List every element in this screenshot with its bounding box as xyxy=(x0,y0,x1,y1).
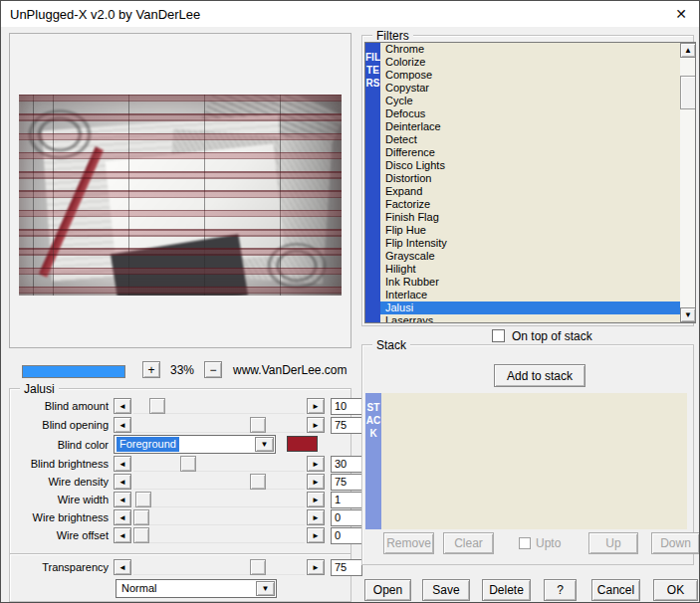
close-icon[interactable]: ✕ xyxy=(671,4,691,24)
progress-bar xyxy=(22,365,125,378)
slider-right-arrow[interactable]: ► xyxy=(307,527,325,543)
slider-right-arrow[interactable]: ► xyxy=(307,456,325,472)
stack-list[interactable] xyxy=(381,393,687,529)
slider-value-field[interactable]: 1 xyxy=(331,492,362,508)
slider-left-arrow[interactable]: ◄ xyxy=(114,509,131,525)
filter-item[interactable]: Cycle xyxy=(380,95,680,107)
slider-value-field[interactable]: 10 xyxy=(331,398,362,415)
slider-thumb[interactable] xyxy=(149,398,165,414)
filter-item-selected[interactable]: Jalusi xyxy=(380,302,680,314)
slider-right-arrow[interactable]: ► xyxy=(307,492,325,507)
slider-thumb[interactable] xyxy=(135,492,151,507)
filter-item[interactable]: Distortion xyxy=(380,172,680,185)
slider-track[interactable] xyxy=(133,509,305,525)
remove-button[interactable]: Remove xyxy=(383,532,434,554)
filter-item[interactable]: Grayscale xyxy=(380,250,680,263)
transparency-track[interactable] xyxy=(133,559,305,575)
filter-item[interactable]: Expand xyxy=(380,185,680,198)
window-title: UnPlugged-X v2.0 by VanDerLee xyxy=(1,7,200,22)
upto-checkbox[interactable] xyxy=(519,537,531,549)
filter-item[interactable]: Laserrays xyxy=(380,314,680,322)
filter-item[interactable]: Hilight xyxy=(380,263,680,276)
delete-button[interactable]: Delete xyxy=(482,579,531,601)
slider-track[interactable] xyxy=(133,398,305,414)
slider-left-arrow[interactable]: ◄ xyxy=(114,527,131,543)
filter-item[interactable]: Finish Flag xyxy=(380,211,680,224)
slider-track[interactable] xyxy=(133,492,305,507)
slider-value-field[interactable]: 75 xyxy=(331,474,362,491)
slider-label: Wire brightness xyxy=(1,509,109,525)
filter-item[interactable]: Ink Rubber xyxy=(380,276,680,289)
filter-item[interactable]: Compose xyxy=(380,69,680,82)
slider-right-arrow[interactable]: ► xyxy=(307,509,325,525)
preview-panel xyxy=(9,33,351,348)
slider-value-field[interactable]: 30 xyxy=(331,456,362,473)
chevron-down-icon[interactable]: ▼ xyxy=(256,581,275,596)
upto-label: Upto xyxy=(536,536,561,550)
filters-scrollbar[interactable]: ▲ ▼ xyxy=(680,43,696,322)
cancel-button[interactable]: Cancel xyxy=(591,579,640,601)
ok-button[interactable]: OK xyxy=(653,579,698,601)
slider-right-arrow[interactable]: ► xyxy=(307,417,325,433)
scroll-down-icon[interactable]: ▼ xyxy=(680,307,696,322)
slider-label: Wire density xyxy=(1,474,109,490)
filters-vertical-label: FILTERS xyxy=(365,43,380,322)
filter-item[interactable]: Deinterlace xyxy=(380,120,680,133)
slider-value-field[interactable]: 75 xyxy=(331,417,362,434)
slider-left-arrow[interactable]: ◄ xyxy=(114,474,131,490)
slider-right-arrow[interactable]: ► xyxy=(307,559,325,575)
slider-track[interactable] xyxy=(133,474,305,490)
transparency-value-field[interactable]: 75 xyxy=(331,559,362,576)
slider-label: Blind amount xyxy=(1,398,109,414)
open-button[interactable]: Open xyxy=(364,579,411,601)
filter-item[interactable]: Flip Hue xyxy=(380,224,680,237)
slider-left-arrow[interactable]: ◄ xyxy=(114,492,131,507)
add-to-stack-button[interactable]: Add to stack xyxy=(494,364,585,387)
zoom-out-button[interactable]: − xyxy=(204,361,222,378)
filter-item[interactable]: Factorize xyxy=(380,198,680,211)
filter-item[interactable]: Interlace xyxy=(380,289,680,302)
filter-item[interactable]: Disco Lights xyxy=(380,159,680,172)
slider-thumb[interactable] xyxy=(133,527,149,543)
on-top-of-stack-checkbox[interactable] xyxy=(492,329,505,342)
down-button[interactable]: Down xyxy=(651,532,700,554)
help-button[interactable]: ? xyxy=(544,579,577,601)
slider-track[interactable] xyxy=(133,527,305,543)
filter-item[interactable]: Colorize xyxy=(380,56,680,69)
blind-color-dropdown[interactable]: Foreground ▼ xyxy=(114,435,276,454)
filter-item[interactable]: Chrome xyxy=(380,43,680,56)
slider-track[interactable] xyxy=(133,417,305,433)
filter-item[interactable]: Defocus xyxy=(380,107,680,120)
filters-list[interactable]: Chrome Colorize Compose Copystar Cycle D… xyxy=(380,43,680,322)
slider-thumb[interactable] xyxy=(180,456,196,472)
slider-thumb[interactable] xyxy=(250,474,266,490)
scrollbar-thumb[interactable] xyxy=(680,76,696,109)
slider-value-field[interactable]: 0 xyxy=(331,509,362,526)
slider-thumb[interactable] xyxy=(133,509,149,525)
slider-left-arrow[interactable]: ◄ xyxy=(114,398,131,414)
up-button[interactable]: Up xyxy=(588,532,638,554)
slider-left-arrow[interactable]: ◄ xyxy=(114,456,131,472)
slider-thumb[interactable] xyxy=(250,559,266,575)
slider-value-field[interactable]: 0 xyxy=(331,527,362,544)
slider-left-arrow[interactable]: ◄ xyxy=(114,417,131,433)
save-button[interactable]: Save xyxy=(422,579,470,601)
blind-color-swatch[interactable] xyxy=(287,436,318,452)
filter-item[interactable]: Copystar xyxy=(380,82,680,95)
preview-image[interactable] xyxy=(19,95,342,296)
filter-item[interactable]: Difference xyxy=(380,146,680,159)
blend-mode-dropdown[interactable]: Normal ▼ xyxy=(116,579,277,598)
website-link: www.VanDerLee.com xyxy=(233,363,348,377)
filter-item[interactable]: Detect xyxy=(380,133,680,146)
slider-right-arrow[interactable]: ► xyxy=(307,474,325,490)
clear-button[interactable]: Clear xyxy=(443,532,494,554)
scroll-up-icon[interactable]: ▲ xyxy=(680,43,696,58)
title-bar: UnPlugged-X v2.0 by VanDerLee ✕ xyxy=(1,1,699,27)
slider-thumb[interactable] xyxy=(250,417,266,433)
chevron-down-icon[interactable]: ▼ xyxy=(255,437,274,452)
zoom-in-button[interactable]: + xyxy=(142,361,160,378)
slider-right-arrow[interactable]: ► xyxy=(307,398,325,414)
filter-item[interactable]: Flip Intensity xyxy=(380,237,680,250)
slider-track[interactable] xyxy=(133,456,305,472)
slider-left-arrow[interactable]: ◄ xyxy=(114,559,131,575)
